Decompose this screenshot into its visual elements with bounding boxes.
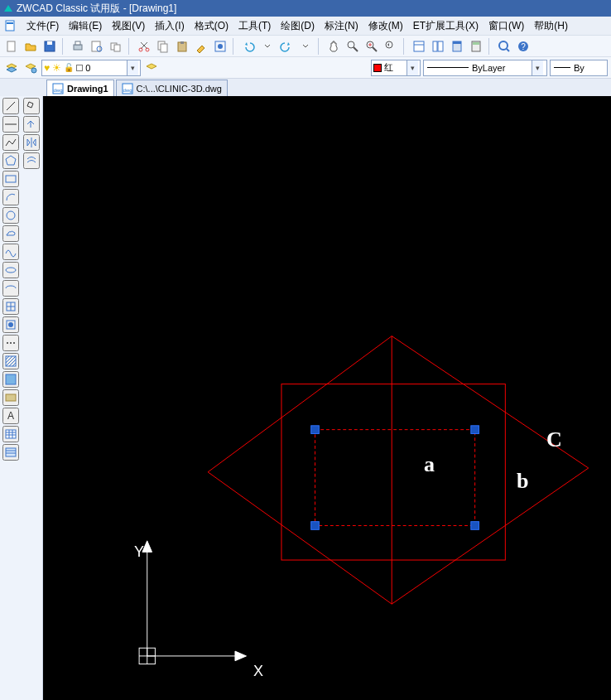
menu-help[interactable]: 帮助(H) — [529, 17, 573, 36]
arc-button[interactable] — [2, 189, 19, 205]
undo-button[interactable] — [240, 38, 257, 55]
separator — [233, 38, 236, 55]
drawing-canvas[interactable]: a b C X Y — [43, 96, 611, 700]
tab-drawing1[interactable]: dwg Drawing1 — [46, 80, 114, 96]
svg-rect-4 — [47, 41, 52, 45]
calculator-button[interactable] — [468, 38, 484, 55]
ellipse-arc-button[interactable] — [2, 280, 19, 297]
menu-et-tools[interactable]: ET扩展工具(X) — [408, 17, 484, 36]
svg-rect-72 — [311, 426, 320, 434]
help-button[interactable]: ? — [515, 38, 532, 55]
save-button[interactable] — [41, 38, 58, 55]
menu-view[interactable]: 视图(V) — [107, 17, 150, 36]
svg-point-18 — [218, 44, 223, 49]
lineweight-name: By — [574, 63, 585, 73]
menu-dimension[interactable]: 标注(N) — [320, 17, 363, 36]
zoom-extents-button[interactable] — [496, 38, 512, 55]
publish-button[interactable] — [108, 38, 124, 55]
zoom-window-button[interactable] — [363, 38, 380, 55]
text-button[interactable]: A — [2, 408, 19, 424]
color-dropdown[interactable]: 红 ▾ — [371, 60, 421, 76]
region-button[interactable] — [2, 389, 19, 406]
insert-block-button[interactable] — [2, 298, 19, 315]
point-button[interactable] — [2, 335, 19, 351]
circle-button[interactable] — [2, 207, 19, 224]
make-block-button[interactable] — [2, 316, 19, 333]
gradient-button[interactable] — [2, 371, 19, 388]
print-preview-button[interactable] — [89, 38, 105, 55]
layer-previous-button[interactable] — [143, 60, 160, 76]
match-properties-button[interactable] — [193, 38, 209, 55]
line-button[interactable] — [2, 98, 19, 114]
line-sample-icon — [427, 67, 469, 68]
svg-rect-57 — [6, 394, 16, 401]
svg-rect-64 — [6, 448, 16, 456]
svg-line-35 — [507, 49, 509, 51]
zoom-realtime-button[interactable] — [344, 38, 361, 55]
lineweight-dropdown[interactable]: By — [550, 60, 608, 76]
tab-clinic-3d[interactable]: dwg C:\...\CLINIC-3D.dwg — [116, 80, 228, 96]
polyline-button[interactable] — [2, 134, 19, 151]
print-button[interactable] — [70, 38, 86, 55]
hatch-button[interactable] — [2, 353, 19, 369]
document-tabs: dwg Drawing1 dwg C:\...\CLINIC-3D.dwg — [0, 78, 611, 96]
svg-point-38 — [31, 68, 36, 73]
svg-rect-28 — [433, 41, 437, 51]
svg-text:dwg: dwg — [123, 88, 132, 93]
redo-button[interactable] — [278, 38, 295, 55]
table-button[interactable] — [2, 426, 19, 442]
layer-manager-button[interactable] — [3, 60, 20, 76]
menu-draw[interactable]: 绘图(D) — [276, 17, 320, 36]
title-bar: ZWCAD Classic 试用版 - [Drawing1] — [0, 0, 611, 17]
svg-rect-2 — [7, 41, 15, 51]
modify-mirror-button[interactable] — [23, 134, 40, 151]
svg-marker-45 — [6, 156, 16, 165]
menu-tools[interactable]: 工具(T) — [233, 17, 276, 36]
menu-window[interactable]: 窗口(W) — [484, 17, 529, 36]
layer-dropdown[interactable]: ♥ ☀ 🔓 0 ▾ — [41, 60, 141, 76]
construction-line-button[interactable] — [2, 116, 19, 133]
cut-button[interactable] — [136, 38, 152, 55]
revision-cloud-button[interactable] — [2, 225, 19, 242]
design-center-button[interactable] — [430, 38, 446, 55]
svg-line-43 — [7, 102, 15, 110]
rectangle-button[interactable] — [2, 171, 19, 187]
polygon-button[interactable] — [2, 152, 19, 169]
modify-erase-button[interactable] — [23, 98, 40, 114]
copy-button[interactable] — [155, 38, 171, 55]
tab-label: C:\...\CLINIC-3D.dwg — [137, 84, 222, 94]
open-button[interactable] — [22, 38, 39, 55]
menu-edit[interactable]: 编辑(E) — [64, 17, 107, 36]
new-button[interactable] — [3, 38, 20, 55]
menu-format[interactable]: 格式(O) — [190, 17, 233, 36]
paste-button[interactable] — [174, 38, 190, 55]
svg-point-48 — [6, 268, 16, 273]
ellipse-button[interactable] — [2, 262, 19, 278]
main-area: A — [0, 96, 611, 700]
modify-copy-button[interactable] — [23, 116, 40, 133]
linetype-dropdown[interactable]: ByLayer ▾ — [423, 60, 547, 76]
separator — [128, 38, 132, 55]
layer-states-button[interactable] — [22, 60, 39, 76]
menu-insert[interactable]: 插入(I) — [150, 17, 189, 36]
redo-dropdown[interactable] — [297, 38, 314, 55]
properties-button[interactable] — [411, 38, 427, 55]
zoom-previous-button[interactable] — [382, 38, 399, 55]
undo-dropdown[interactable] — [259, 38, 276, 55]
tool-palettes-button[interactable] — [449, 38, 465, 55]
menu-modify[interactable]: 修改(M) — [363, 17, 408, 36]
menu-bar: 文件(F) 编辑(E) 视图(V) 插入(I) 格式(O) 工具(T) 绘图(D… — [0, 17, 611, 35]
svg-point-51 — [8, 322, 13, 327]
modify-offset-button[interactable] — [23, 152, 40, 169]
pan-button[interactable] — [325, 38, 342, 55]
spline-button[interactable] — [2, 244, 19, 260]
layer-color-swatch — [76, 65, 83, 71]
annotation-c: C — [546, 427, 562, 452]
block-editor-button[interactable] — [212, 38, 229, 55]
separator — [62, 38, 65, 55]
menu-file[interactable]: 文件(F) — [22, 17, 64, 36]
svg-rect-73 — [471, 426, 479, 434]
window-title: ZWCAD Classic 试用版 - [Drawing1] — [17, 2, 176, 16]
table-style-button[interactable] — [2, 444, 19, 461]
sun-icon: ☀ — [52, 62, 61, 74]
